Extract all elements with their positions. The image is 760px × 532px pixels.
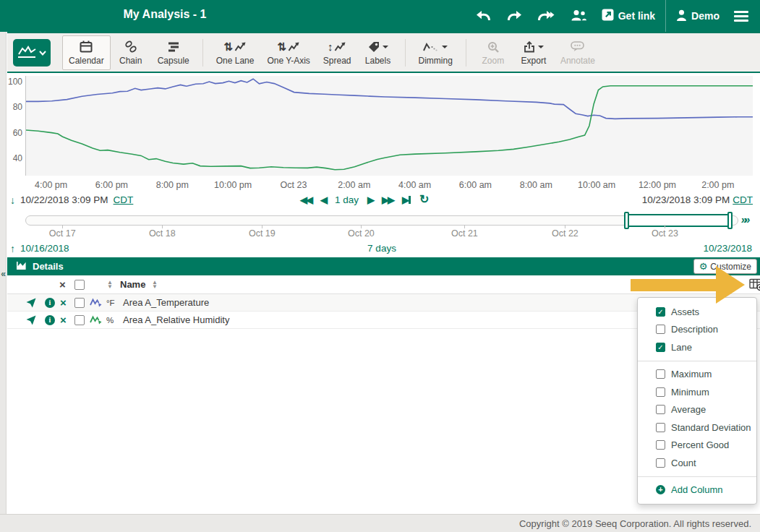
- toolbar-one-y-axis-button[interactable]: ⇅ One Y-Axis: [260, 35, 316, 70]
- investigate-start-date: 10/16/2018: [20, 243, 69, 254]
- toolbar-divider: [466, 39, 466, 66]
- undo-button[interactable]: [469, 0, 499, 32]
- dropdown-item-standard-deviation[interactable]: Standard Deviation: [638, 419, 756, 437]
- sort-icon[interactable]: ▲▼: [152, 275, 158, 293]
- checkbox[interactable]: [656, 440, 665, 450]
- add-column-icon[interactable]: [749, 275, 760, 293]
- toolbar-one-y-axis-label: One Y-Axis: [267, 56, 309, 65]
- series-area-a-relative-humidity[interactable]: [26, 86, 753, 170]
- toolbar-dimming-label: Dimming: [419, 56, 453, 65]
- range-end-datetime[interactable]: 10/23/2018 3:09 PM: [642, 194, 730, 205]
- details-panel-header: Details ⚙ Customize: [7, 257, 760, 275]
- timeline-selection-right-handle[interactable]: [727, 212, 733, 229]
- remove-signal-icon[interactable]: ×: [60, 294, 67, 311]
- trend-chart-plot[interactable]: [25, 76, 753, 176]
- add-column-menu-item[interactable]: + Add Column: [638, 481, 756, 499]
- step-duration-label[interactable]: 1 day: [335, 194, 359, 205]
- timeline-day-label: Oct 20: [348, 228, 375, 239]
- main-menu-button[interactable]: [727, 0, 756, 32]
- toolbar-dimming-button[interactable]: Dimming: [412, 35, 459, 70]
- user-menu-button[interactable]: Demo: [669, 0, 727, 32]
- step-forward-icon[interactable]: ▶: [367, 195, 373, 205]
- x-axis-tick-label: 6:00 am: [459, 180, 492, 190]
- step-back-much-icon[interactable]: ◀◀: [300, 195, 312, 205]
- toolbar-chain-button[interactable]: Chain: [111, 35, 151, 70]
- refresh-icon[interactable]: ↻: [419, 194, 429, 205]
- sort-icon[interactable]: ▲▼: [107, 275, 113, 293]
- header-tools: Get link Demo: [469, 0, 756, 32]
- x-axis-tick-label: 6:00 pm: [95, 180, 128, 190]
- range-start-datetime[interactable]: 10/22/2018 3:09 PM: [20, 194, 108, 205]
- redo-button[interactable]: [499, 0, 529, 32]
- capsule-time-icon: [167, 40, 180, 53]
- remove-all-signals-icon[interactable]: ×: [59, 275, 66, 293]
- checkbox[interactable]: [656, 405, 665, 414]
- x-axis-tick-label: 8:00 pm: [156, 180, 189, 190]
- timeline-jump-to-now-icon[interactable]: »»: [740, 213, 748, 226]
- range-start-timezone-link[interactable]: CDT: [114, 194, 134, 205]
- view-selector-button[interactable]: [13, 39, 51, 66]
- dropdown-item-percent-good[interactable]: Percent Good: [638, 437, 756, 455]
- toolbar-export-button[interactable]: Export: [513, 35, 554, 70]
- timeline-selection-left-handle[interactable]: [624, 212, 629, 229]
- checkbox[interactable]: ✓: [656, 343, 665, 352]
- dropdown-item-label: Assets: [671, 306, 699, 317]
- dropdown-item-count[interactable]: Count: [638, 454, 756, 472]
- x-axis-tick-label: 4:00 pm: [35, 180, 67, 190]
- checkbox[interactable]: [656, 369, 665, 379]
- remove-signal-icon[interactable]: ×: [60, 312, 67, 328]
- autoscale-icon[interactable]: [26, 294, 36, 311]
- spread-icon: ↕: [328, 40, 347, 53]
- investigate-start-arrow-icon: ↑: [10, 244, 15, 254]
- collapse-panel-icon: «: [0, 269, 7, 279]
- investigate-duration-label[interactable]: 7 days: [367, 243, 396, 254]
- redo-all-button[interactable]: [529, 0, 563, 32]
- timeline-selection-region[interactable]: [626, 214, 730, 227]
- collaborate-button[interactable]: [563, 0, 594, 32]
- chevron-down-icon: [39, 47, 46, 58]
- info-icon[interactable]: i: [45, 312, 55, 328]
- checkbox[interactable]: [656, 423, 665, 432]
- dropdown-item-maximum[interactable]: Maximum: [638, 366, 756, 384]
- step-forward-much-icon[interactable]: ▶▶: [382, 195, 393, 205]
- toolbar-zoom-label: Zoom: [482, 56, 505, 65]
- checkbox[interactable]: [656, 325, 665, 334]
- toolbar-spread-button[interactable]: ↕ Spread: [317, 35, 358, 70]
- series-area-a-temperature[interactable]: [26, 79, 753, 119]
- toolbar-one-lane-button[interactable]: ⇅ One Lane: [210, 35, 261, 70]
- checkbox[interactable]: ✓: [656, 307, 665, 317]
- toolbar-capsule-button[interactable]: Capsule: [151, 35, 196, 70]
- copyright-text: Copyright © 2019 Seeq Corporation. All r…: [519, 518, 751, 529]
- get-link-label: Get link: [618, 10, 655, 22]
- toolbar-annotate-button[interactable]: Annotate: [554, 35, 602, 70]
- checkbox[interactable]: [656, 458, 665, 468]
- step-back-icon[interactable]: ◀: [320, 195, 326, 205]
- x-axis-tick-label: 4:00 am: [398, 180, 431, 190]
- toolbar-zoom-button[interactable]: Zoom: [473, 35, 513, 70]
- row-checkbox[interactable]: [74, 312, 85, 328]
- investigate-range-start: ↑ 10/16/2018: [10, 243, 69, 254]
- checkbox[interactable]: [656, 387, 665, 397]
- user-icon: [676, 9, 687, 23]
- step-to-end-icon[interactable]: ▶: [402, 195, 411, 205]
- row-checkbox[interactable]: [74, 294, 85, 311]
- signal-name[interactable]: Area A_Temperature: [123, 294, 209, 311]
- info-icon[interactable]: i: [45, 294, 55, 311]
- dropdown-item-lane[interactable]: ✓ Lane: [638, 338, 756, 356]
- dropdown-item-minimum[interactable]: Minimum: [638, 383, 756, 401]
- autoscale-icon[interactable]: [26, 312, 36, 328]
- dropdown-item-label: Average: [671, 404, 706, 415]
- range-end-timezone-link[interactable]: CDT: [733, 194, 753, 205]
- signal-name[interactable]: Area A_Relative Humidity: [123, 312, 229, 328]
- dropdown-item-description[interactable]: Description: [638, 321, 756, 339]
- toolbar-one-lane-label: One Lane: [216, 56, 255, 65]
- display-range-end: 10/23/2018 3:09 PM CDT: [642, 194, 753, 205]
- user-name-label: Demo: [691, 10, 720, 22]
- select-all-checkbox[interactable]: [74, 275, 85, 293]
- get-link-button[interactable]: Get link: [594, 0, 662, 32]
- toolbar-calendar-button[interactable]: Calendar: [62, 35, 111, 70]
- dropdown-item-average[interactable]: Average: [638, 401, 756, 419]
- dropdown-item-assets[interactable]: ✓ Assets: [638, 303, 756, 321]
- toolbar-labels-button[interactable]: Labels: [358, 35, 398, 70]
- page-title: My Analysis - 1: [123, 8, 206, 21]
